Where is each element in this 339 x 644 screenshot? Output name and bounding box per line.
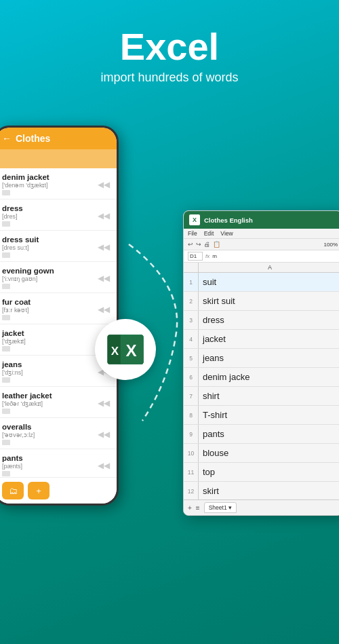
cell-value[interactable]: denim jacke [199,368,339,386]
sheet-list-button[interactable]: ≡ [196,504,200,512]
phone-list-item: dress [dres] ◀◀ [0,200,117,231]
phone-list-item: overalls ['əʊvər,ɔ:lz] ◀◀ [0,418,117,449]
audio-icon[interactable]: ◀◀ [98,273,110,283]
folder-button[interactable]: 🗂 [2,482,24,499]
phonetic-label: ['denəm 'dʒækɪt] [2,182,49,189]
redo-button[interactable]: ↪ [196,241,201,248]
cell-value[interactable]: shirt [199,387,339,405]
word-label: jeans [2,360,23,368]
word-label: evening gown [2,267,54,275]
zoom-level: 100% [324,242,338,248]
excel-menubar: File Edit View [184,229,339,239]
col-a-label: A [199,263,339,272]
excel-title-icon: X [189,214,200,225]
menu-view[interactable]: View [220,230,233,237]
cell-value[interactable]: top [199,463,339,481]
phone-list-item: leather jacket ['leðər 'dʒækɪt] ◀◀ [0,387,117,418]
cell-value[interactable]: suit [199,273,339,291]
excel-titlebar: X Clothes English [184,211,339,229]
formula-input[interactable]: m [212,253,338,259]
print-button[interactable]: 🖨 [204,241,210,248]
excel-toolbar: ↩ ↪ 🖨 📋 100% [184,239,339,250]
word-label: leather jacket [2,392,52,400]
phone-list-item: evening gown ['i:vnɪŋ gaʊn] ◀◀ [0,262,117,293]
back-arrow-icon[interactable]: ← [2,133,12,144]
sheet-tab[interactable]: Sheet1 ▾ [204,502,237,513]
excel-row[interactable]: 1 suit [184,273,339,292]
word-label: pants [2,454,23,462]
excel-window-title: Clothes English [204,216,253,224]
cell-value[interactable]: blouse [199,444,339,462]
row-number: 10 [184,444,199,462]
word-label: fur coat [2,298,31,306]
excel-row[interactable]: 4 jacket [184,330,339,349]
row-number: 12 [184,482,199,499]
audio-icon[interactable]: ◀◀ [98,461,110,470]
cell-value[interactable]: T-shirt [199,406,339,424]
item-image [2,471,10,476]
excel-data-rows: 1 suit 2 skirt suit 3 dress 4 jacket 5 j… [184,273,339,499]
excel-row[interactable]: 6 denim jacke [184,368,339,387]
excel-window: X Clothes English File Edit View ↩ ↪ 🖨 📋… [183,210,339,516]
excel-row[interactable]: 11 top [184,463,339,482]
svg-text:X: X [125,341,136,360]
excel-row[interactable]: 5 jeans [184,349,339,368]
phone-list-item: pants [pænts] ◀◀ [0,449,117,477]
word-label: denim jacket [2,173,49,181]
item-image [2,315,10,320]
phonetic-label: [fɜ:r kəʊt] [2,307,31,314]
excel-row[interactable]: 2 skirt suit [184,292,339,311]
svg-text:X: X [111,345,119,358]
item-image [2,252,10,258]
excel-row[interactable]: 7 shirt [184,387,339,406]
add-sheet-button[interactable]: + [188,504,192,512]
page-subtitle: import hundreds of words [14,71,325,85]
phonetic-label: ['dʒækɪt] [2,338,26,345]
excel-grid: A 1 suit 2 skirt suit 3 dress 4 jacket 5… [184,263,339,499]
row-number: 11 [184,463,199,481]
word-label: overalls [2,423,35,431]
phonetic-label: [dres su:t] [2,244,39,251]
word-label: jacket [2,329,26,337]
audio-icon[interactable]: ◀◀ [98,242,110,252]
excel-footer: + ≡ Sheet1 ▾ [184,499,339,515]
column-header-row: A [184,263,339,273]
cell-value[interactable]: skirt suit [199,292,339,310]
audio-icon[interactable]: ◀◀ [98,398,110,408]
phone-word-list: denim jacket ['denəm 'dʒækɪt] ◀◀ dress [… [0,168,117,477]
excel-logo-svg: X X [106,330,145,369]
phone-list-item: denim jacket ['denəm 'dʒækɪt] ◀◀ [0,168,117,200]
page-header: Excel import hundreds of words [0,0,339,92]
cell-value[interactable]: jacket [199,330,339,348]
audio-icon[interactable]: ◀◀ [98,180,110,189]
phone-screen-title: Clothes [16,133,50,144]
cell-value[interactable]: dress [199,311,339,329]
item-image [2,440,10,445]
excel-formula-bar: D1 fx m [184,250,339,263]
phone-list-item: dress suit [dres su:t] ◀◀ [0,231,117,262]
phonetic-label: ['əʊvər,ɔ:lz] [2,432,35,438]
item-image [2,346,10,352]
audio-icon[interactable]: ◀◀ [98,430,110,439]
excel-row[interactable]: 10 blouse [184,444,339,463]
menu-edit[interactable]: Edit [204,230,214,237]
phone-orange-bar [0,149,117,168]
cell-value[interactable]: skirt [199,482,339,499]
phonetic-label: [dres] [2,213,23,220]
audio-icon[interactable]: ◀◀ [98,211,110,221]
word-label: dress suit [2,235,39,244]
audio-icon[interactable]: ◀◀ [98,305,110,314]
phone-footer: 🗂 + [0,477,117,504]
excel-row[interactable]: 3 dress [184,311,339,330]
clipboard-button[interactable]: 📋 [213,241,220,248]
item-image [2,377,10,383]
excel-row[interactable]: 9 pants [184,425,339,444]
excel-row[interactable]: 12 skirt [184,482,339,499]
phone-header: ← Clothes [0,128,117,149]
cell-value[interactable]: jeans [199,349,339,367]
cell-value[interactable]: pants [199,425,339,443]
fx-symbol: fx [205,253,210,259]
phonetic-label: [pænts] [2,463,23,470]
excel-row[interactable]: 8 T-shirt [184,406,339,425]
add-button[interactable]: + [28,482,49,499]
